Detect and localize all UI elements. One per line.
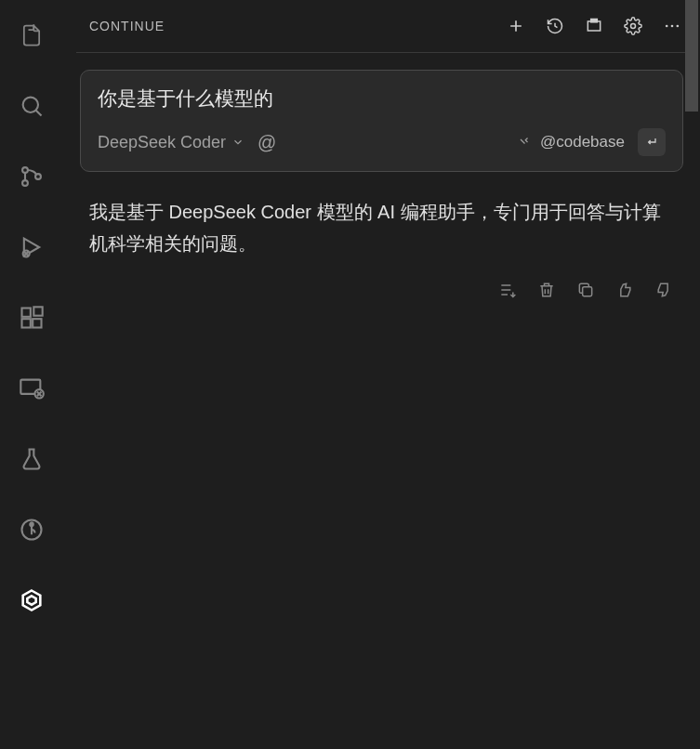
send-button[interactable] bbox=[638, 128, 666, 156]
header-divider bbox=[76, 52, 687, 53]
svg-rect-6 bbox=[21, 319, 30, 327]
chat-input-card[interactable]: 你是基于什么模型的 DeepSeek Coder @ @codebase bbox=[80, 70, 683, 172]
more-button[interactable] bbox=[661, 15, 683, 37]
svg-rect-8 bbox=[33, 307, 42, 315]
svg-point-17 bbox=[671, 25, 674, 28]
context-tag: @codebase bbox=[540, 133, 625, 151]
run-debug-icon[interactable] bbox=[9, 225, 54, 269]
fullscreen-button[interactable] bbox=[583, 15, 605, 37]
search-icon[interactable] bbox=[9, 84, 54, 128]
chat-input-text[interactable]: 你是基于什么模型的 bbox=[98, 85, 666, 112]
history-button[interactable] bbox=[544, 15, 566, 37]
insert-at-cursor-button[interactable] bbox=[497, 280, 518, 300]
svg-rect-14 bbox=[591, 20, 598, 22]
svg-rect-7 bbox=[33, 319, 41, 327]
thumbs-up-button[interactable] bbox=[614, 280, 635, 300]
model-name: DeepSeek Coder bbox=[98, 133, 226, 152]
delete-button[interactable] bbox=[536, 280, 557, 300]
continue-panel: CONTINUE 你是基于什么模型的 DeepSeek Coder bbox=[63, 0, 700, 749]
remote-explorer-icon[interactable] bbox=[9, 366, 54, 411]
header-actions bbox=[505, 15, 683, 37]
svg-rect-19 bbox=[583, 287, 592, 296]
svg-point-18 bbox=[677, 25, 680, 28]
assistant-response: 我是基于 DeepSeek Coder 模型的 AI 编程助手，专门用于回答与计… bbox=[89, 196, 674, 259]
svg-point-2 bbox=[22, 180, 28, 186]
svg-point-15 bbox=[631, 24, 636, 29]
activity-bar bbox=[0, 0, 63, 749]
scrollbar[interactable] bbox=[685, 0, 698, 749]
input-toolbar: DeepSeek Coder @ @codebase bbox=[98, 128, 666, 156]
enter-icon bbox=[644, 135, 659, 150]
context-indicator[interactable]: @codebase bbox=[518, 133, 625, 151]
response-actions bbox=[63, 280, 674, 300]
svg-point-1 bbox=[22, 167, 28, 173]
svg-point-0 bbox=[22, 98, 37, 112]
new-session-button[interactable] bbox=[505, 15, 527, 37]
svg-point-3 bbox=[35, 174, 41, 179]
thumbs-down-button[interactable] bbox=[654, 280, 674, 300]
extensions-icon[interactable] bbox=[9, 296, 54, 340]
at-context-button[interactable]: @ bbox=[258, 132, 276, 153]
source-control-icon[interactable] bbox=[9, 154, 54, 199]
panel-title: CONTINUE bbox=[89, 19, 165, 33]
settings-button[interactable] bbox=[622, 15, 644, 37]
explorer-icon[interactable] bbox=[9, 13, 54, 58]
continue-extension-icon[interactable] bbox=[9, 578, 54, 623]
git-graph-icon[interactable] bbox=[9, 507, 54, 552]
scrollbar-thumb[interactable] bbox=[685, 0, 698, 112]
chevron-down-icon bbox=[231, 136, 244, 149]
svg-point-16 bbox=[666, 25, 668, 28]
svg-point-12 bbox=[30, 522, 33, 526]
testing-icon[interactable] bbox=[9, 437, 54, 481]
panel-header: CONTINUE bbox=[63, 0, 700, 52]
svg-rect-5 bbox=[21, 309, 30, 317]
copy-button[interactable] bbox=[575, 280, 596, 300]
model-selector[interactable]: DeepSeek Coder bbox=[98, 133, 244, 152]
shortcut-icon bbox=[518, 134, 535, 151]
